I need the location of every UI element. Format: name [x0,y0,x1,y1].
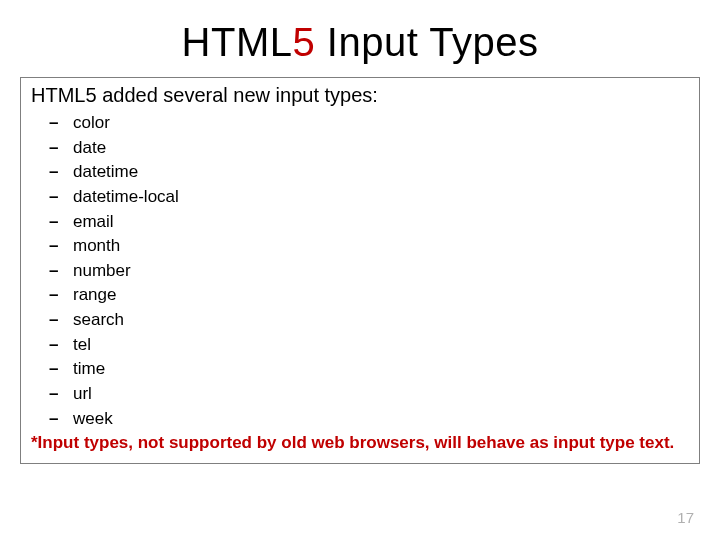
title-text-1: HTML [182,20,293,64]
title-text-2: Input Types [315,20,538,64]
list-item: url [73,382,689,407]
list-item: month [73,234,689,259]
list-item: range [73,283,689,308]
intro-accent: 5 [85,84,96,106]
list-item: email [73,210,689,235]
type-list: color date datetime datetime-local email… [31,111,689,431]
list-item: week [73,407,689,432]
intro-text-2: added several new input types: [97,84,378,106]
list-item: number [73,259,689,284]
slide-title: HTML5 Input Types [0,20,720,65]
intro-text: HTML5 added several new input types: [31,84,689,107]
list-item: search [73,308,689,333]
slide: HTML5 Input Types HTML5 added several ne… [0,0,720,540]
intro-text-1: HTML [31,84,85,106]
list-item: time [73,357,689,382]
list-item: color [73,111,689,136]
list-item: datetime [73,160,689,185]
title-accent: 5 [292,20,315,64]
footnote: *Input types, not supported by old web b… [31,433,689,453]
list-item: datetime-local [73,185,689,210]
page-number: 17 [677,509,694,526]
content-box: HTML5 added several new input types: col… [20,77,700,464]
list-item: tel [73,333,689,358]
list-item: date [73,136,689,161]
